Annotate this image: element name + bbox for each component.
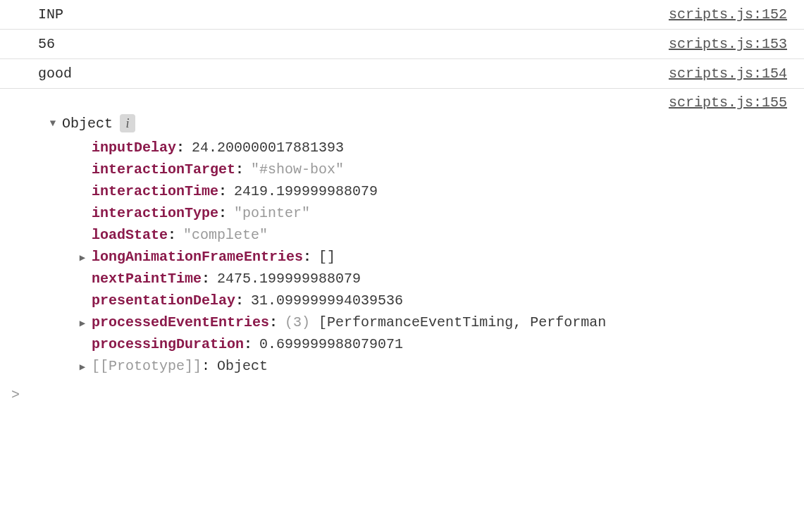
prop-value: "#show-box" <box>251 161 344 178</box>
prop-value: 2419.199999988079 <box>234 183 378 199</box>
object-label: Object <box>62 116 113 132</box>
disclosure-triangle-right-icon[interactable] <box>78 317 87 329</box>
log-text: good <box>38 66 72 82</box>
prop-value: [PerformanceEventTiming, Performan <box>318 314 606 330</box>
log-text: INP <box>38 6 63 23</box>
prop-interactionTime[interactable]: interactionTime: 2419.199999988079 <box>78 180 669 202</box>
prop-key: inputDelay <box>92 140 176 156</box>
prop-value: 0.699999988079071 <box>259 336 403 352</box>
source-link[interactable]: scripts.js:155 <box>669 94 787 111</box>
prop-key: [[Prototype]] <box>92 358 202 374</box>
prop-interactionTarget[interactable]: interactionTarget: "#show-box" <box>78 159 669 180</box>
source-link[interactable]: scripts.js:153 <box>669 36 787 52</box>
log-row: INP scripts.js:152 <box>0 0 804 30</box>
disclosure-triangle-down-icon[interactable] <box>48 118 58 129</box>
prop-nextPaintTime[interactable]: nextPaintTime: 2475.199999988079 <box>78 268 669 290</box>
prop-loadState[interactable]: loadState: "complete" <box>78 224 669 246</box>
prop-processingDuration[interactable]: processingDuration: 0.699999988079071 <box>78 333 669 355</box>
prop-key: interactionTarget <box>92 161 235 178</box>
prop-value: 31.099999994039536 <box>251 292 403 309</box>
prop-prototype[interactable]: [[Prototype]]: Object <box>78 355 669 377</box>
prop-presentationDelay[interactable]: presentationDelay: 31.099999994039536 <box>78 290 669 311</box>
disclosure-triangle-right-icon[interactable] <box>78 252 87 264</box>
log-row: good scripts.js:154 <box>0 59 804 89</box>
disclosure-triangle-right-icon[interactable] <box>78 361 87 373</box>
console-prompt-icon[interactable]: > <box>0 383 804 403</box>
source-link[interactable]: scripts.js:152 <box>669 6 787 23</box>
prop-key: interactionTime <box>92 183 218 199</box>
prop-value: "pointer" <box>234 205 310 221</box>
prop-key: interactionType <box>92 205 218 221</box>
log-row-object: Object i inputDelay: 24.200000017881393 … <box>0 89 804 383</box>
console-panel: INP scripts.js:152 56 scripts.js:153 goo… <box>0 0 804 403</box>
array-count: (3) <box>285 314 310 330</box>
prop-value: 2475.199999988079 <box>217 271 361 287</box>
log-row: 56 scripts.js:153 <box>0 30 804 59</box>
log-text: 56 <box>38 36 55 52</box>
info-badge-icon[interactable]: i <box>120 114 135 132</box>
prop-processedEventEntries[interactable]: processedEventEntries: (3) [PerformanceE… <box>78 311 669 333</box>
prop-key: loadState <box>92 227 168 243</box>
prop-value: Object <box>217 358 268 374</box>
object-section: Object i inputDelay: 24.200000017881393 … <box>38 94 669 377</box>
prop-key: processingDuration <box>92 336 244 352</box>
prop-key: longAnimationFrameEntries <box>92 249 303 265</box>
prop-key: presentationDelay <box>92 292 235 309</box>
object-properties: inputDelay: 24.200000017881393 interacti… <box>38 132 669 377</box>
prop-value: 24.200000017881393 <box>192 140 344 156</box>
prop-value: [] <box>318 249 335 265</box>
prop-longAnimationFrameEntries[interactable]: longAnimationFrameEntries: [] <box>78 246 669 268</box>
source-link[interactable]: scripts.js:154 <box>669 66 787 82</box>
prop-inputDelay[interactable]: inputDelay: 24.200000017881393 <box>78 137 669 159</box>
prop-interactionType[interactable]: interactionType: "pointer" <box>78 202 669 224</box>
prop-key: nextPaintTime <box>92 271 202 287</box>
prop-value: "complete" <box>183 227 268 243</box>
prop-key: processedEventEntries <box>92 314 269 330</box>
object-header[interactable]: Object i <box>38 114 669 132</box>
